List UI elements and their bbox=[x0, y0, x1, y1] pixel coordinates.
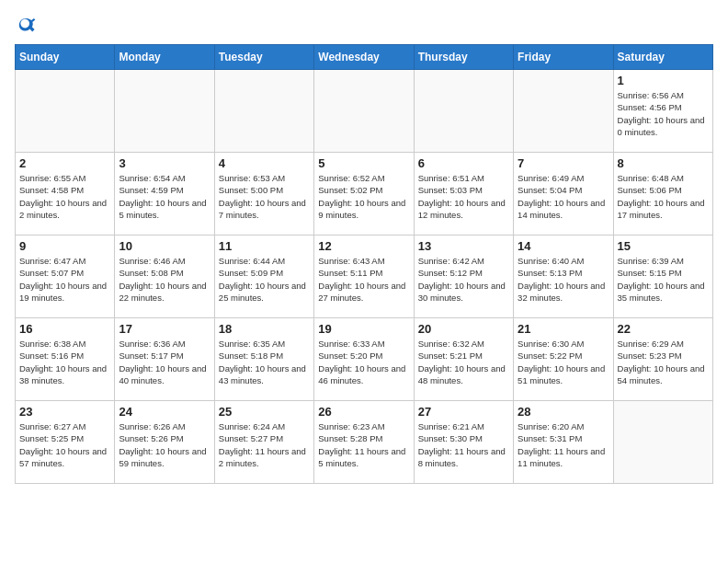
day-info: Sunrise: 6:43 AM Sunset: 5:11 PM Dayligh… bbox=[318, 255, 409, 304]
day-info: Sunrise: 6:54 AM Sunset: 4:59 PM Dayligh… bbox=[119, 172, 210, 221]
day-number: 21 bbox=[518, 322, 609, 336]
week-row-0: 1Sunrise: 6:56 AM Sunset: 4:56 PM Daylig… bbox=[16, 70, 713, 153]
day-number: 26 bbox=[318, 405, 409, 419]
week-row-1: 2Sunrise: 6:55 AM Sunset: 4:58 PM Daylig… bbox=[16, 153, 713, 236]
day-info: Sunrise: 6:33 AM Sunset: 5:20 PM Dayligh… bbox=[318, 338, 409, 386]
day-info: Sunrise: 6:32 AM Sunset: 5:21 PM Dayligh… bbox=[418, 338, 509, 386]
week-row-3: 16Sunrise: 6:38 AM Sunset: 5:16 PM Dayli… bbox=[16, 318, 713, 401]
calendar-cell bbox=[16, 70, 115, 153]
calendar-cell: 15Sunrise: 6:39 AM Sunset: 5:15 PM Dayli… bbox=[613, 236, 712, 318]
calendar-cell: 8Sunrise: 6:48 AM Sunset: 5:06 PM Daylig… bbox=[613, 153, 712, 236]
day-number: 2 bbox=[19, 156, 110, 170]
calendar-cell bbox=[314, 70, 414, 153]
calendar-cell bbox=[514, 70, 613, 153]
calendar-cell: 12Sunrise: 6:43 AM Sunset: 5:11 PM Dayli… bbox=[314, 236, 414, 318]
calendar-cell bbox=[214, 70, 313, 153]
day-info: Sunrise: 6:38 AM Sunset: 5:16 PM Dayligh… bbox=[19, 338, 110, 386]
calendar-cell: 2Sunrise: 6:55 AM Sunset: 4:58 PM Daylig… bbox=[16, 153, 115, 236]
day-info: Sunrise: 6:44 AM Sunset: 5:09 PM Dayligh… bbox=[219, 255, 310, 304]
day-info: Sunrise: 6:20 AM Sunset: 5:31 PM Dayligh… bbox=[518, 420, 609, 469]
day-info: Sunrise: 6:36 AM Sunset: 5:17 PM Dayligh… bbox=[119, 338, 210, 386]
day-number: 24 bbox=[119, 405, 210, 419]
day-number: 12 bbox=[318, 239, 409, 253]
day-number: 25 bbox=[219, 405, 310, 419]
calendar-cell: 11Sunrise: 6:44 AM Sunset: 5:09 PM Dayli… bbox=[214, 236, 313, 318]
calendar-cell: 28Sunrise: 6:20 AM Sunset: 5:31 PM Dayli… bbox=[514, 401, 613, 484]
day-info: Sunrise: 6:23 AM Sunset: 5:28 PM Dayligh… bbox=[318, 420, 409, 469]
calendar-cell: 23Sunrise: 6:27 AM Sunset: 5:25 PM Dayli… bbox=[16, 401, 115, 484]
col-header-monday: Monday bbox=[115, 45, 214, 70]
day-info: Sunrise: 6:51 AM Sunset: 5:03 PM Dayligh… bbox=[418, 172, 509, 221]
col-header-wednesday: Wednesday bbox=[314, 45, 414, 70]
week-row-4: 23Sunrise: 6:27 AM Sunset: 5:25 PM Dayli… bbox=[16, 401, 713, 484]
calendar-cell: 27Sunrise: 6:21 AM Sunset: 5:30 PM Dayli… bbox=[414, 401, 513, 484]
day-info: Sunrise: 6:27 AM Sunset: 5:25 PM Dayligh… bbox=[19, 420, 110, 469]
logo-icon bbox=[15, 15, 37, 37]
day-number: 20 bbox=[418, 322, 509, 336]
calendar-cell: 18Sunrise: 6:35 AM Sunset: 5:18 PM Dayli… bbox=[214, 318, 313, 401]
col-header-thursday: Thursday bbox=[414, 45, 513, 70]
day-number: 23 bbox=[19, 405, 110, 419]
day-info: Sunrise: 6:24 AM Sunset: 5:27 PM Dayligh… bbox=[219, 420, 310, 469]
col-header-tuesday: Tuesday bbox=[214, 45, 313, 70]
calendar-cell: 20Sunrise: 6:32 AM Sunset: 5:21 PM Dayli… bbox=[414, 318, 513, 401]
calendar-cell: 26Sunrise: 6:23 AM Sunset: 5:28 PM Dayli… bbox=[314, 401, 414, 484]
day-number: 19 bbox=[318, 322, 409, 336]
day-number: 1 bbox=[618, 74, 709, 87]
calendar-cell: 13Sunrise: 6:42 AM Sunset: 5:12 PM Dayli… bbox=[414, 236, 513, 318]
col-header-friday: Friday bbox=[514, 45, 613, 70]
calendar-header-row: SundayMondayTuesdayWednesdayThursdayFrid… bbox=[16, 45, 713, 70]
day-info: Sunrise: 6:49 AM Sunset: 5:04 PM Dayligh… bbox=[518, 172, 609, 221]
calendar-cell: 14Sunrise: 6:40 AM Sunset: 5:13 PM Dayli… bbox=[514, 236, 613, 318]
day-number: 10 bbox=[119, 239, 210, 253]
calendar-cell: 1Sunrise: 6:56 AM Sunset: 4:56 PM Daylig… bbox=[613, 70, 712, 153]
day-number: 9 bbox=[19, 239, 110, 253]
day-info: Sunrise: 6:42 AM Sunset: 5:12 PM Dayligh… bbox=[418, 255, 509, 304]
calendar-cell: 16Sunrise: 6:38 AM Sunset: 5:16 PM Dayli… bbox=[16, 318, 115, 401]
calendar-cell: 9Sunrise: 6:47 AM Sunset: 5:07 PM Daylig… bbox=[16, 236, 115, 318]
col-header-sunday: Sunday bbox=[16, 45, 115, 70]
calendar-cell: 24Sunrise: 6:26 AM Sunset: 5:26 PM Dayli… bbox=[115, 401, 214, 484]
day-info: Sunrise: 6:47 AM Sunset: 5:07 PM Dayligh… bbox=[19, 255, 110, 304]
calendar-cell: 22Sunrise: 6:29 AM Sunset: 5:23 PM Dayli… bbox=[613, 318, 712, 401]
calendar-cell: 17Sunrise: 6:36 AM Sunset: 5:17 PM Dayli… bbox=[115, 318, 214, 401]
day-info: Sunrise: 6:26 AM Sunset: 5:26 PM Dayligh… bbox=[119, 420, 210, 469]
day-info: Sunrise: 6:40 AM Sunset: 5:13 PM Dayligh… bbox=[518, 255, 609, 304]
day-info: Sunrise: 6:52 AM Sunset: 5:02 PM Dayligh… bbox=[318, 172, 409, 221]
day-info: Sunrise: 6:30 AM Sunset: 5:22 PM Dayligh… bbox=[518, 338, 609, 386]
calendar-cell: 21Sunrise: 6:30 AM Sunset: 5:22 PM Dayli… bbox=[514, 318, 613, 401]
calendar-cell: 6Sunrise: 6:51 AM Sunset: 5:03 PM Daylig… bbox=[414, 153, 513, 236]
day-number: 13 bbox=[418, 239, 509, 253]
calendar-cell bbox=[115, 70, 214, 153]
col-header-saturday: Saturday bbox=[613, 45, 712, 70]
day-number: 22 bbox=[618, 322, 709, 336]
day-number: 17 bbox=[119, 322, 210, 336]
header bbox=[15, 15, 713, 37]
calendar-table: SundayMondayTuesdayWednesdayThursdayFrid… bbox=[15, 44, 713, 484]
day-number: 27 bbox=[418, 405, 509, 419]
calendar-cell: 5Sunrise: 6:52 AM Sunset: 5:02 PM Daylig… bbox=[314, 153, 414, 236]
calendar-cell: 10Sunrise: 6:46 AM Sunset: 5:08 PM Dayli… bbox=[115, 236, 214, 318]
day-number: 4 bbox=[219, 156, 310, 170]
day-number: 5 bbox=[318, 156, 409, 170]
calendar-cell: 4Sunrise: 6:53 AM Sunset: 5:00 PM Daylig… bbox=[214, 153, 313, 236]
day-number: 14 bbox=[518, 239, 609, 253]
day-info: Sunrise: 6:39 AM Sunset: 5:15 PM Dayligh… bbox=[618, 255, 709, 304]
day-info: Sunrise: 6:56 AM Sunset: 4:56 PM Dayligh… bbox=[618, 89, 709, 138]
day-number: 15 bbox=[618, 239, 709, 253]
day-info: Sunrise: 6:29 AM Sunset: 5:23 PM Dayligh… bbox=[618, 338, 709, 386]
calendar-cell: 3Sunrise: 6:54 AM Sunset: 4:59 PM Daylig… bbox=[115, 153, 214, 236]
day-info: Sunrise: 6:46 AM Sunset: 5:08 PM Dayligh… bbox=[119, 255, 210, 304]
day-number: 28 bbox=[518, 405, 609, 419]
week-row-2: 9Sunrise: 6:47 AM Sunset: 5:07 PM Daylig… bbox=[16, 236, 713, 318]
day-number: 3 bbox=[119, 156, 210, 170]
day-number: 11 bbox=[219, 239, 310, 253]
day-number: 8 bbox=[618, 156, 709, 170]
calendar-cell bbox=[414, 70, 513, 153]
calendar-cell: 19Sunrise: 6:33 AM Sunset: 5:20 PM Dayli… bbox=[314, 318, 414, 401]
day-number: 16 bbox=[19, 322, 110, 336]
calendar-cell: 7Sunrise: 6:49 AM Sunset: 5:04 PM Daylig… bbox=[514, 153, 613, 236]
calendar-cell: 25Sunrise: 6:24 AM Sunset: 5:27 PM Dayli… bbox=[214, 401, 313, 484]
day-info: Sunrise: 6:35 AM Sunset: 5:18 PM Dayligh… bbox=[219, 338, 310, 386]
logo bbox=[15, 15, 40, 37]
